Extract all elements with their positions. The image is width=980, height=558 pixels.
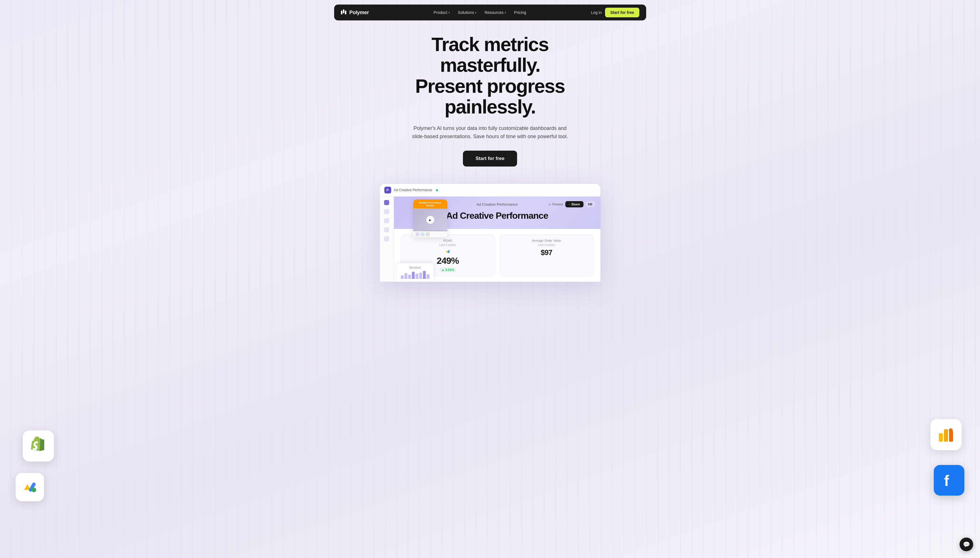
logo-link[interactable]: Polymer xyxy=(341,9,369,16)
video-header: Weekly Performance Review xyxy=(413,199,447,208)
sessions-widget: Sessions xyxy=(397,263,433,282)
svg-rect-4 xyxy=(939,433,943,442)
metric-aov-sub: Last 4 weeks xyxy=(504,243,589,246)
nav-actions: Log in Start for free xyxy=(591,8,639,17)
navigation: Polymer Product ▾ Solutions ▾ Resources … xyxy=(334,5,646,20)
chevron-down-icon: ▾ xyxy=(475,11,477,14)
google-ads-icon xyxy=(16,473,44,501)
dashboard-sidebar xyxy=(380,197,394,282)
metric-aov-label: Average Order Value xyxy=(504,239,589,242)
logo-icon xyxy=(341,9,347,16)
facebook-icon: f xyxy=(934,465,964,496)
play-button[interactable]: ▶ xyxy=(426,216,434,224)
nav-item-pricing[interactable]: Pricing xyxy=(511,8,529,16)
dashboard-frame: P Ad Creative Performance xyxy=(380,184,601,282)
dashboard-header-band: Ad Creative Performance ▷ Present ↑ Shar… xyxy=(394,197,600,229)
svg-rect-6 xyxy=(949,431,953,442)
metric-aov-value: $97 xyxy=(504,249,589,256)
share-button[interactable]: ↑ Share xyxy=(565,201,583,207)
svg-rect-0 xyxy=(341,10,343,15)
google-ads-mini-icon xyxy=(445,249,451,254)
login-link[interactable]: Log in xyxy=(591,10,601,15)
live-indicator xyxy=(436,189,438,191)
chat-button[interactable]: 💬 xyxy=(960,538,973,551)
hero-title: Track metrics masterfully. Present progr… xyxy=(380,34,601,117)
metric-roas-sub: Last 4 weeks xyxy=(406,243,490,246)
nav-start-free-button[interactable]: Start for free xyxy=(605,8,639,17)
svg-rect-1 xyxy=(343,9,344,13)
sessions-label: Sessions xyxy=(401,266,429,269)
expand-icon xyxy=(426,232,430,236)
nav-item-product[interactable]: Product ▾ xyxy=(430,8,453,16)
svg-point-7 xyxy=(949,428,953,432)
svg-rect-2 xyxy=(345,10,346,15)
chevron-down-icon: ▾ xyxy=(505,11,506,14)
dashboard-preview: P Ad Creative Performance xyxy=(380,184,601,282)
nav-links: Product ▾ Solutions ▾ Resources ▾ Pricin… xyxy=(430,8,530,16)
hero-content: Track metrics masterfully. Present progr… xyxy=(373,0,608,282)
video-comment-bar xyxy=(413,231,447,238)
svg-point-10 xyxy=(448,252,449,253)
svg-rect-5 xyxy=(944,429,948,442)
sessions-bars xyxy=(401,270,429,279)
db-badge: DB xyxy=(586,202,595,207)
hero-subtitle: Polymer's AI turns your data into fully … xyxy=(408,124,572,141)
link-icon xyxy=(421,232,424,236)
dashboard-logo-icon: P xyxy=(384,187,391,194)
dashboard-content: Ad Creative Performance ▷ Present ↑ Shar… xyxy=(394,197,600,282)
svg-text:f: f xyxy=(944,472,949,489)
polymer-logo-svg xyxy=(341,9,347,16)
chevron-down-icon: ▾ xyxy=(449,11,450,14)
dashboard-inner: Ad Creative Performance ▷ Present ↑ Shar… xyxy=(380,197,600,282)
looker-icon xyxy=(930,419,962,450)
present-button[interactable]: ▷ Present xyxy=(549,203,563,206)
video-widget: Weekly Performance Review ▶ xyxy=(413,199,447,238)
metric-roas-change: ▲ 3.51% xyxy=(439,268,456,272)
chat-icon: 💬 xyxy=(963,541,970,548)
dashboard-actions: ▷ Present ↑ Share DB xyxy=(549,201,595,207)
dashboard-topbar: P Ad Creative Performance xyxy=(380,184,600,197)
logo-text: Polymer xyxy=(349,10,369,16)
metric-card-aov: Average Order Value Last 4 weeks $97 xyxy=(500,235,594,276)
svg-point-3 xyxy=(32,487,36,492)
hero-section: f Track metrics masterfully. Present pro… xyxy=(0,0,980,558)
nav-item-solutions[interactable]: Solutions ▾ xyxy=(454,8,480,16)
metric-roas-label: ROAS xyxy=(406,239,490,242)
nav-item-resources[interactable]: Resources ▾ xyxy=(481,8,510,16)
shopify-icon xyxy=(23,430,54,461)
video-thumbnail: ▶ xyxy=(413,208,447,231)
hero-start-free-button[interactable]: Start for free xyxy=(463,151,517,167)
comment-icon xyxy=(416,232,420,236)
dashboard-topbar-title: Ad Creative Performance xyxy=(394,188,432,192)
